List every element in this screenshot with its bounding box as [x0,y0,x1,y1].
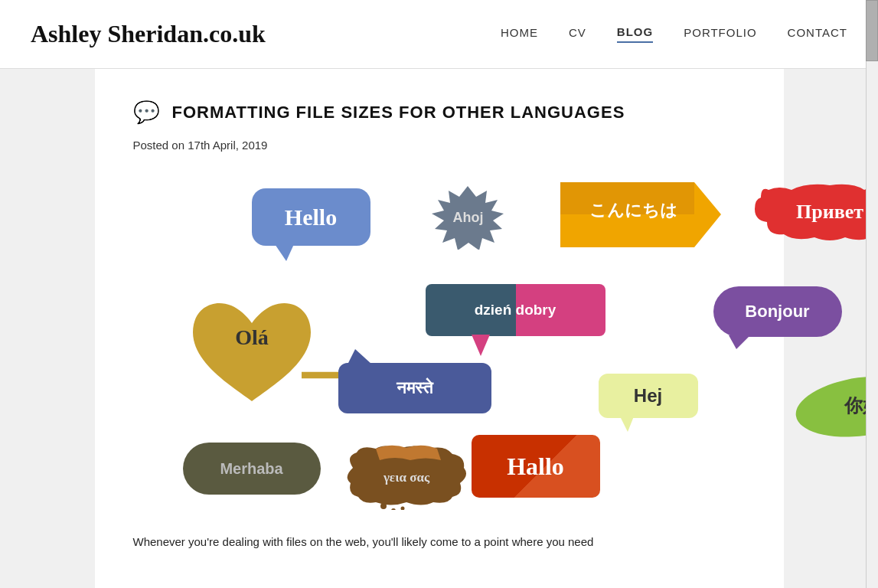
bubble-bonjour-text: Bonjour [745,302,809,322]
bubble-privet-wrap: Привет [753,182,879,245]
bubble-merhaba-wrap: Merhaba [183,443,321,495]
bubble-bonjour: Bonjour [713,286,842,337]
bubble-hej: Hej [599,374,698,418]
comment-icon: 💬 [133,100,160,125]
svg-text:γεια σας: γεια σας [382,470,429,485]
svg-text:Привет: Привет [795,201,863,223]
bubble-hallo-text: Hallo [507,452,564,481]
bubble-hej-wrap: Hej [599,374,698,418]
svg-text:Olá: Olá [235,325,269,349]
privet-cloud: Привет [753,182,879,245]
scrollbar-thumb[interactable] [866,0,878,61]
main-nav: HOME CV BLOG PORTFOLIO CONTACT [501,25,847,43]
speech-bubbles-image: Hello Ahoj こんにちは Привет [133,173,761,510]
post-date: Posted on 17th April, 2019 [133,139,746,152]
geia-cloud: γεια σας [341,445,472,510]
svg-point-10 [380,503,387,509]
bubble-merhaba-text: Merhaba [220,460,282,478]
bubble-namaste: नमस्ते [338,363,491,413]
article-title-row: 💬 FORMATTING FILE SIZES FOR OTHER LANGUA… [133,100,746,125]
site-title: Ashley Sheridan.co.uk [31,20,266,48]
bubble-geia-wrap: γεια σας [341,445,472,513]
ola-heart: Olá [185,286,319,413]
bubble-dzien: dzień dobry [426,284,605,336]
dzien-tail [472,335,490,356]
bubble-hallo: Hallo [472,435,600,498]
bubble-namaste-wrap: नमस्ते [338,363,491,413]
bubble-ola-wrap: Olá [185,286,319,413]
article-title: FORMATTING FILE SIZES FOR OTHER LANGUAGE… [172,103,625,122]
nav-blog[interactable]: BLOG [617,25,653,43]
article-excerpt: Whenever you're dealing with files on th… [133,533,746,551]
svg-text:Ahoj: Ahoj [452,210,483,225]
main-content: 💬 FORMATTING FILE SIZES FOR OTHER LANGUA… [95,69,784,588]
bubble-namaste-text: नमस्ते [397,378,432,398]
svg-point-11 [391,508,396,510]
bubble-dzien-wrap: dzień dobry [426,284,605,336]
bubble-konnichiwa-wrap: こんにちは [560,182,721,247]
bubble-ahoj-wrap: Ahoj [416,185,520,250]
nav-contact[interactable]: CONTACT [788,26,847,42]
hej-tail [620,416,634,432]
nav-home[interactable]: HOME [501,26,538,42]
bubble-bonjour-wrap: Bonjour [713,286,842,337]
ahoj-star-shape: Ahoj [416,185,520,250]
nav-portfolio[interactable]: PORTFOLIO [684,26,756,42]
bubble-hello: Hello [252,188,370,246]
svg-point-12 [400,507,404,511]
namaste-tail [348,349,372,364]
bubble-hej-text: Hej [634,385,662,407]
bonjour-tail [729,335,750,349]
bubble-hallo-wrap: Hallo [472,435,600,498]
bubble-merhaba: Merhaba [183,443,321,495]
konnichiwa-pentagon: こんにちは [560,182,721,247]
svg-text:こんにちは: こんにちは [589,201,677,220]
site-header: Ashley Sheridan.co.uk HOME CV BLOG PORTF… [0,0,878,69]
nav-cv[interactable]: CV [569,26,586,42]
bubble-dzien-text: dzień dobry [475,302,557,318]
scrollbar[interactable] [866,0,878,588]
